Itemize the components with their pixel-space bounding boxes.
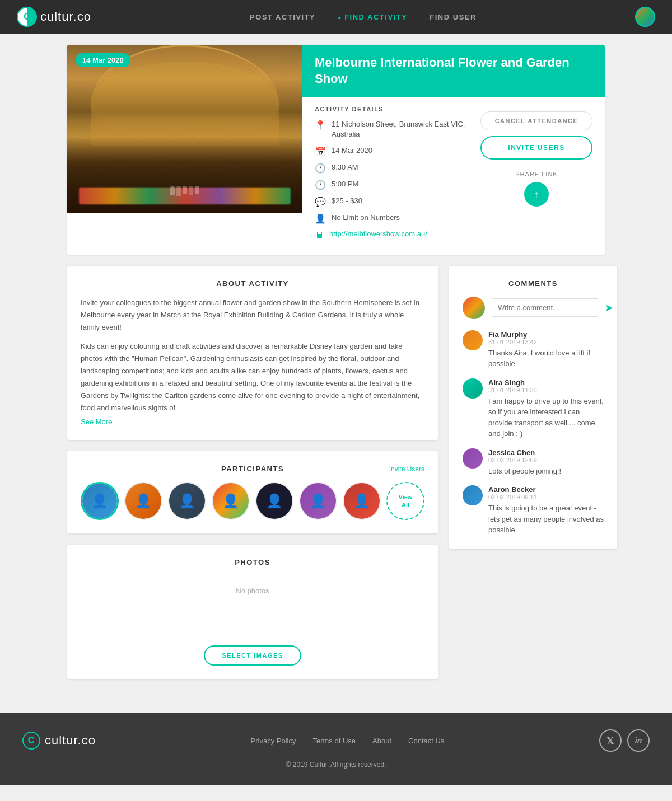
time-end-row: 🕐 5:00 PM: [315, 179, 469, 190]
nav-post-activity[interactable]: POST ACTIVITY: [250, 13, 315, 21]
logo[interactable]: C cultur.co: [17, 7, 91, 27]
share-label: SHARE LINK: [515, 171, 557, 177]
cancel-attendance-button[interactable]: CANCEL ATTENDANCE: [480, 111, 592, 130]
twitter-button[interactable]: 𝕏: [599, 729, 622, 752]
view-all-label: View All: [399, 493, 413, 509]
comment-item-1: Aira Singh 31-01-2019 11:35 I am happy t…: [463, 378, 604, 439]
monitor-icon: 🖥: [315, 230, 324, 240]
event-actions: CANCEL ATTENDANCE INVITE USERS SHARE LIN…: [480, 106, 592, 245]
event-details-panel: Melbourne International Flower and Garde…: [302, 45, 605, 255]
comment-time-0: 31-01-2019 13:42: [488, 339, 604, 345]
footer: C cultur.co Privacy Policy Terms of Use …: [0, 713, 672, 785]
view-all-button[interactable]: View All: [386, 482, 424, 520]
comment-avatar-2: [463, 448, 483, 469]
participants-title: PARTICIPANTS: [221, 465, 284, 473]
comment-item-0: Fia Murphy 31-01-2019 13:42 Thanks Aira,…: [463, 330, 604, 369]
comments-card: COMMENTS ➤ Fia Murphy 31-01-2019 13:42 T…: [449, 266, 617, 549]
photos-section: PHOTOS No photos SELECT IMAGES: [81, 558, 424, 666]
nav-links: POST ACTIVITY FIND ACTIVITY FIND USER: [250, 13, 477, 21]
comment-time-1: 31-01-2019 11:35: [488, 387, 604, 394]
comment-text-0: Thanks Aira, I would love a lift if poss…: [488, 348, 604, 369]
send-icon[interactable]: ➤: [605, 302, 613, 314]
time-end-text: 5:00 PM: [332, 179, 358, 189]
logo-text: cultur.co: [40, 10, 91, 24]
price-icon: 💬: [315, 196, 326, 207]
participant-avatar-2[interactable]: 👤: [168, 482, 206, 520]
linkedin-icon: in: [635, 736, 642, 745]
comment-body-3: Aaron Becker 02-02-2019 09:11 This is go…: [488, 485, 604, 536]
footer-top: C cultur.co Privacy Policy Terms of Use …: [22, 729, 650, 752]
footer-logo-icon: C: [22, 732, 40, 750]
avatar-image-3: 👤: [213, 483, 249, 519]
participant-avatar-5[interactable]: 👤: [299, 482, 337, 520]
participants-header: PARTICIPANTS Invite Users: [81, 465, 424, 473]
share-button[interactable]: ↑: [524, 182, 549, 207]
linkedin-button[interactable]: in: [627, 729, 650, 752]
comment-body-2: Jessica Chen 02-02-2019 12:09 Lots of pe…: [488, 448, 604, 477]
time-start-text: 9:30 AM: [332, 162, 358, 172]
comment-input[interactable]: [491, 298, 599, 317]
comment-text-2: Lots of people joining!!: [488, 466, 604, 477]
footer-links: Privacy Policy Terms of Use About Contac…: [251, 737, 445, 745]
photos-title: PHOTOS: [235, 558, 270, 566]
main-column: ABOUT ACTIVITY Invite your colleagues to…: [67, 266, 438, 680]
footer-privacy-link[interactable]: Privacy Policy: [251, 737, 296, 745]
date-row: 📅 14 Mar 2020: [315, 146, 469, 157]
navbar: C cultur.co POST ACTIVITY FIND ACTIVITY …: [0, 0, 672, 34]
participants-invite-link[interactable]: Invite Users: [389, 465, 424, 473]
user-avatar[interactable]: [635, 7, 655, 27]
event-title-bar: Melbourne International Flower and Garde…: [302, 45, 605, 97]
event-image-wrap: 14 Mar 2020: [67, 45, 302, 255]
price-text: $25 - $30: [332, 196, 362, 206]
participant-avatar-6[interactable]: 👤: [343, 482, 381, 520]
footer-copyright: © 2019 Cultur. All rights reserved.: [22, 761, 650, 769]
photos-card: PHOTOS No photos SELECT IMAGES: [67, 545, 438, 679]
comment-name-2: Jessica Chen: [488, 448, 604, 457]
comment-item-2: Jessica Chen 02-02-2019 12:09 Lots of pe…: [463, 448, 604, 477]
footer-terms-link[interactable]: Terms of Use: [312, 737, 356, 745]
about-title: ABOUT ACTIVITY: [81, 279, 424, 288]
time-start-row: 🕐 9:30 AM: [315, 162, 469, 174]
avatar-image-0: 👤: [82, 484, 117, 518]
comment-avatar-1: [463, 378, 483, 399]
address-text: 11 Nicholson Street, Brunswick East VIC,…: [332, 119, 469, 139]
comment-time-3: 02-02-2019 09:11: [488, 494, 604, 500]
see-more-link[interactable]: See More: [81, 418, 112, 426]
about-text-2: Kids can enjoy colouring and craft activ…: [81, 340, 424, 415]
no-photos-text: No photos: [236, 587, 269, 595]
date-text: 14 Mar 2020: [332, 146, 372, 156]
clock-icon: 🕐: [315, 163, 326, 174]
footer-contact-link[interactable]: Contact Us: [408, 737, 444, 745]
logo-icon: C: [17, 7, 37, 27]
avatar-image-2: 👤: [169, 483, 205, 519]
select-images-button[interactable]: SELECT IMAGES: [204, 645, 301, 666]
price-row: 💬 $25 - $30: [315, 196, 469, 207]
website-link[interactable]: http://melbflowershow.com.au/: [329, 229, 427, 238]
date-badge: 14 Mar 2020: [76, 53, 130, 67]
comment-text-1: I am happy to drive up to this event, so…: [488, 396, 604, 439]
comments-title: COMMENTS: [463, 279, 604, 288]
comment-list: Fia Murphy 31-01-2019 13:42 Thanks Aira,…: [463, 330, 604, 536]
footer-logo: C cultur.co: [22, 732, 96, 750]
footer-logo-text: cultur.co: [45, 733, 96, 748]
nav-find-user[interactable]: FIND USER: [430, 13, 477, 21]
nav-find-activity[interactable]: FIND ACTIVITY: [338, 13, 407, 21]
comment-avatar-3: [463, 485, 483, 505]
footer-about-link[interactable]: About: [372, 737, 391, 745]
person-icon: 👤: [315, 213, 326, 224]
capacity-text: No Limit on Numbers: [332, 213, 400, 223]
location-icon: 📍: [315, 120, 326, 130]
share-icon: ↑: [534, 189, 539, 200]
participant-avatar-3[interactable]: 👤: [212, 482, 250, 520]
event-info-left: ACTIVITY DETAILS 📍 11 Nicholson Street, …: [315, 106, 469, 245]
event-card-top: 14 Mar 2020 Melbourne International Flow…: [67, 45, 605, 255]
activity-details-label: ACTIVITY DETAILS: [315, 106, 469, 113]
invite-users-button[interactable]: INVITE USERS: [480, 136, 592, 160]
comment-input-wrap: ➤: [463, 297, 604, 319]
participant-avatar-4[interactable]: 👤: [255, 482, 293, 520]
participant-avatar-0[interactable]: 👤: [81, 482, 119, 520]
comment-avatar-0: [463, 330, 483, 350]
footer-socials: 𝕏 in: [599, 729, 650, 752]
participant-avatar-1[interactable]: 👤: [124, 482, 162, 520]
current-user-avatar: [463, 297, 485, 319]
